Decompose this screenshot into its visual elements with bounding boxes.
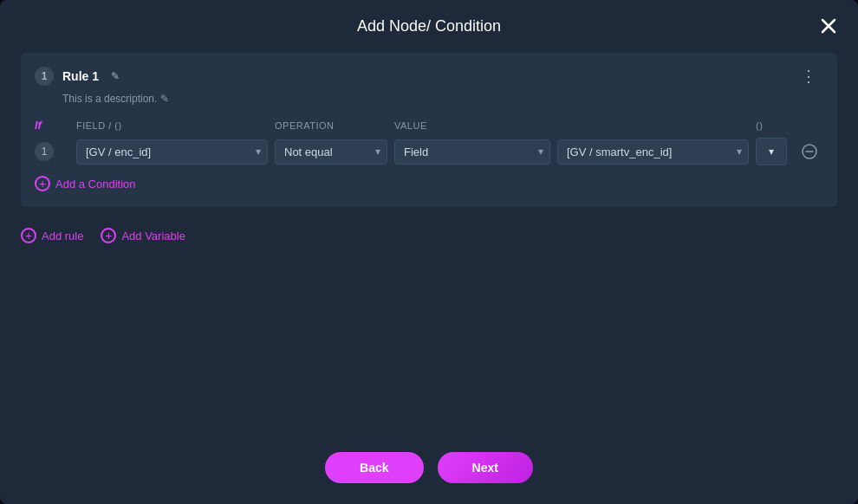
modal: Add Node/ Condition 1 Rule 1 ✎ ⋮	[0, 0, 858, 504]
value-type-select-wrapper: Field Value Variable	[394, 139, 550, 165]
condition-index: 1	[35, 142, 54, 161]
operation-col-header: Operation	[275, 117, 387, 132]
value-col-header: Value	[394, 117, 550, 132]
rule-title: Rule 1	[62, 69, 99, 83]
rule-header: 1 Rule 1 ✎ ⋮	[35, 65, 823, 87]
next-button[interactable]: Next	[438, 452, 533, 483]
value-type-select[interactable]: Field Value Variable	[394, 139, 550, 165]
if-label: If	[35, 119, 42, 132]
modal-body: 1 Rule 1 ✎ ⋮ This is a description. ✎ If	[0, 53, 858, 438]
rule-title-edit-icon[interactable]: ✎	[111, 70, 120, 82]
rule-header-left: 1 Rule 1 ✎	[35, 67, 120, 86]
value-header-label: Value	[394, 120, 427, 131]
add-rule-label: Add rule	[42, 229, 83, 242]
rule-card: 1 Rule 1 ✎ ⋮ This is a description. ✎ If	[21, 53, 837, 207]
field-header-label: FIELD / ()	[76, 120, 122, 131]
operation-select-wrapper: Not equal Equal Greater than Less than	[275, 139, 387, 165]
field-select-wrapper: [GV / enc_id] [GV / smartv_enc_id]	[76, 139, 268, 165]
actions-row: + Add rule + Add Variable	[21, 221, 837, 250]
add-rule-plus-icon: +	[21, 228, 36, 243]
modal-footer: Back Next	[0, 438, 858, 504]
paren-col-header: ()	[756, 117, 790, 132]
add-condition-label: Add a Condition	[55, 178, 136, 191]
rule-description: This is a description. ✎	[62, 93, 823, 105]
close-button[interactable]	[816, 14, 841, 38]
if-label-cell: If	[35, 117, 69, 132]
operation-header-label: Operation	[275, 120, 334, 131]
add-variable-plus-icon: +	[101, 228, 116, 243]
close-icon	[821, 18, 836, 34]
remove-condition-button[interactable]	[797, 139, 822, 164]
add-condition-plus-icon: +	[35, 176, 50, 191]
field-col-header: FIELD / ()	[76, 117, 268, 132]
add-variable-label: Add Variable	[121, 229, 185, 242]
back-button[interactable]: Back	[325, 452, 423, 483]
add-variable-button[interactable]: + Add Variable	[101, 224, 185, 247]
rule-more-button[interactable]: ⋮	[796, 65, 823, 87]
add-condition-button[interactable]: + Add a Condition	[35, 172, 136, 195]
paren-header-label: ()	[756, 120, 763, 131]
value-field-select[interactable]: [GV / smartv_enc_id] [GV / enc_id]	[557, 139, 749, 165]
value-field-select-wrapper: [GV / smartv_enc_id] [GV / enc_id]	[557, 139, 749, 165]
modal-overlay: Add Node/ Condition 1 Rule 1 ✎ ⋮	[0, 0, 858, 504]
modal-title: Add Node/ Condition	[357, 17, 501, 36]
minus-circle-icon	[802, 144, 817, 159]
field-select[interactable]: [GV / enc_id] [GV / smartv_enc_id]	[76, 139, 268, 165]
modal-header: Add Node/ Condition	[0, 0, 858, 53]
paren-dropdown-button[interactable]: ▾	[756, 138, 787, 165]
rule-number-badge: 1	[35, 67, 54, 86]
rule-description-edit-icon[interactable]: ✎	[160, 93, 169, 105]
add-rule-button[interactable]: + Add rule	[21, 224, 83, 247]
condition-columns-header: If FIELD / () Operation Value ()	[35, 117, 823, 138]
condition-row: 1 [GV / enc_id] [GV / smartv_enc_id] Not…	[35, 138, 823, 165]
operation-select[interactable]: Not equal Equal Greater than Less than	[275, 139, 387, 165]
